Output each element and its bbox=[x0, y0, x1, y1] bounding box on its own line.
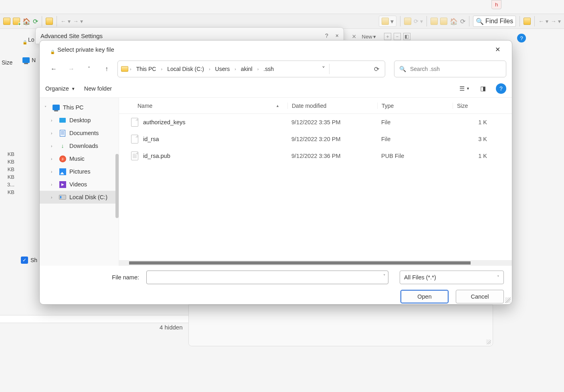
column-date[interactable]: Date modified bbox=[287, 103, 377, 109]
desktop-icon bbox=[59, 118, 66, 123]
file-size: 3 K bbox=[453, 136, 493, 142]
sidebar-this-pc[interactable]: ˅ This PC bbox=[40, 101, 119, 114]
downloads-icon: ↓ bbox=[59, 142, 66, 150]
sidebar-videos[interactable]: ›▶Videos bbox=[40, 178, 119, 191]
home-icon[interactable]: 🏠 bbox=[22, 18, 30, 25]
nav-recent-button[interactable]: ˅ bbox=[82, 62, 96, 76]
folder-icon bbox=[121, 66, 128, 72]
sidebar-local-disk[interactable]: ›Local Disk (C:) bbox=[40, 191, 119, 204]
folder-nav-icon-2[interactable] bbox=[524, 18, 531, 25]
refresh-button[interactable]: ⟳ bbox=[372, 65, 382, 73]
collapse-icon[interactable]: ˅ bbox=[44, 105, 49, 110]
chevron-down-icon[interactable]: ˅ bbox=[383, 274, 386, 279]
file-size: 1 K bbox=[453, 153, 493, 159]
sidebar-label: Desktop bbox=[69, 117, 91, 123]
back-icon-2[interactable]: ← ▾ bbox=[538, 18, 548, 24]
close-button[interactable]: ✕ bbox=[489, 42, 506, 57]
sidebar-desktop[interactable]: ›Desktop bbox=[40, 114, 119, 127]
file-type: File bbox=[377, 136, 453, 142]
new-folder-button[interactable]: New folder bbox=[84, 85, 112, 92]
breadcrumb-akinl[interactable]: akinl bbox=[238, 64, 256, 74]
expand-icon[interactable]: › bbox=[51, 144, 56, 148]
expand-icon[interactable]: › bbox=[51, 195, 56, 200]
sidebar-label: Documents bbox=[69, 130, 99, 136]
search-input[interactable]: 🔍 Search .ssh bbox=[394, 61, 506, 77]
chevron-right-icon[interactable]: › bbox=[130, 67, 131, 71]
chevron-right-icon[interactable]: › bbox=[234, 67, 236, 71]
breadcrumb-local-disk[interactable]: Local Disk (C:) bbox=[164, 64, 207, 74]
expand-icon[interactable]: › bbox=[51, 131, 56, 135]
folder-icon[interactable] bbox=[3, 18, 10, 25]
preview-pane-button[interactable]: ◨ bbox=[477, 83, 489, 94]
help-button[interactable]: ? bbox=[496, 83, 506, 94]
nav-back-button[interactable]: ← bbox=[47, 62, 61, 76]
breadcrumb-users[interactable]: Users bbox=[212, 64, 233, 74]
open-button[interactable]: Open bbox=[400, 290, 449, 303]
drive-selector[interactable]: ▾ bbox=[379, 16, 396, 27]
file-row[interactable]: id_rsa.pub 9/12/2022 3:36 PM PUB File 1 … bbox=[119, 148, 512, 164]
toggle-pane-icon[interactable]: ◧ bbox=[403, 33, 410, 40]
chevron-right-icon[interactable]: › bbox=[161, 67, 162, 71]
hidden-count-status: 4 hidden bbox=[160, 324, 183, 331]
view-mode-button[interactable]: ☰ ▼ bbox=[459, 83, 470, 94]
sidebar-downloads[interactable]: ›↓Downloads bbox=[40, 139, 119, 152]
add-pane-icon[interactable]: ＋ bbox=[384, 33, 391, 40]
file-date: 9/12/2022 3:20 PM bbox=[287, 136, 377, 142]
sidebar-documents[interactable]: ›Documents bbox=[40, 127, 119, 139]
back-icon[interactable]: ← ▾ bbox=[61, 18, 71, 24]
adv-close-button[interactable]: × bbox=[336, 32, 339, 39]
file-size: 1 K bbox=[453, 119, 493, 125]
resize-grip-icon[interactable] bbox=[505, 297, 511, 303]
column-type[interactable]: Type bbox=[377, 103, 453, 109]
expand-icon[interactable]: › bbox=[51, 157, 56, 161]
expand-icon[interactable]: › bbox=[51, 118, 56, 123]
dialog-title: Select private key file bbox=[57, 46, 114, 53]
filename-label: File name: bbox=[48, 274, 142, 281]
chevron-right-icon[interactable]: › bbox=[209, 67, 210, 71]
refresh-icon-2: ⟳ bbox=[460, 18, 465, 25]
session-tab-h[interactable]: h bbox=[491, 0, 501, 9]
breadcrumb-this-pc[interactable]: This PC bbox=[133, 64, 160, 74]
expand-icon[interactable]: › bbox=[51, 170, 56, 174]
folder-open-icon[interactable] bbox=[13, 18, 20, 25]
chevron-right-icon[interactable]: › bbox=[257, 67, 259, 71]
address-dropdown-icon[interactable]: ˅ bbox=[319, 65, 327, 73]
file-type: File bbox=[377, 119, 453, 125]
sidebar-label: This PC bbox=[63, 104, 84, 111]
fwd-icon-2[interactable]: → ▾ bbox=[551, 18, 561, 24]
folder-nav-icon[interactable] bbox=[46, 18, 53, 25]
adv-help-button[interactable]: ? bbox=[325, 32, 328, 39]
new-session-button[interactable]: New ▾ bbox=[362, 34, 376, 40]
refresh-icon[interactable]: ⟳ bbox=[33, 18, 38, 25]
column-size[interactable]: Size bbox=[453, 103, 493, 109]
nav-forward-button[interactable]: → bbox=[65, 62, 78, 76]
help-icon[interactable]: ? bbox=[517, 34, 526, 42]
organize-menu[interactable]: Organize ▼ bbox=[45, 85, 75, 92]
expand-icon[interactable]: › bbox=[51, 182, 56, 187]
filename-input[interactable]: ˅ bbox=[146, 271, 388, 284]
sidebar-scrollbar[interactable] bbox=[115, 154, 119, 218]
sort-ascending-icon: ▲ bbox=[276, 104, 279, 108]
sidebar-label: Videos bbox=[69, 181, 87, 188]
file-row[interactable]: authorized_keys 9/12/2022 3:35 PM File 1… bbox=[119, 114, 512, 131]
find-files-button[interactable]: 🔍 Find Files bbox=[473, 16, 516, 27]
file-row[interactable]: id_rsa 9/12/2022 3:20 PM File 3 K bbox=[119, 131, 512, 148]
remove-pane-icon[interactable]: － bbox=[394, 33, 401, 40]
breadcrumb-ssh[interactable]: .ssh bbox=[260, 64, 277, 74]
file-type-filter[interactable]: All Files (*.*)˅ bbox=[400, 271, 504, 284]
nav-sidebar: ˅ This PC ›Desktop ›Documents ›↓Download… bbox=[40, 98, 119, 266]
adv-window-bottom bbox=[188, 305, 493, 346]
nav-up-button[interactable]: ↑ bbox=[100, 62, 113, 76]
cancel-button[interactable]: Cancel bbox=[456, 290, 504, 303]
horizontal-scrollbar[interactable] bbox=[119, 260, 512, 266]
column-name[interactable]: Name▲ bbox=[119, 103, 287, 109]
pictures-icon bbox=[59, 168, 66, 175]
chevron-down-icon[interactable]: ˅ bbox=[497, 275, 499, 280]
address-bar[interactable]: › This PC › Local Disk (C:) › Users › ak… bbox=[117, 61, 385, 77]
sidebar-pictures[interactable]: ›Pictures bbox=[40, 165, 119, 178]
fwd-icon[interactable]: → ▾ bbox=[73, 18, 83, 24]
sidebar-music[interactable]: ›♪Music bbox=[40, 152, 119, 165]
show-checkbox[interactable]: ✓Sh bbox=[21, 257, 37, 264]
resize-grip-icon[interactable] bbox=[486, 339, 491, 344]
bg-n-item: N bbox=[22, 57, 36, 63]
